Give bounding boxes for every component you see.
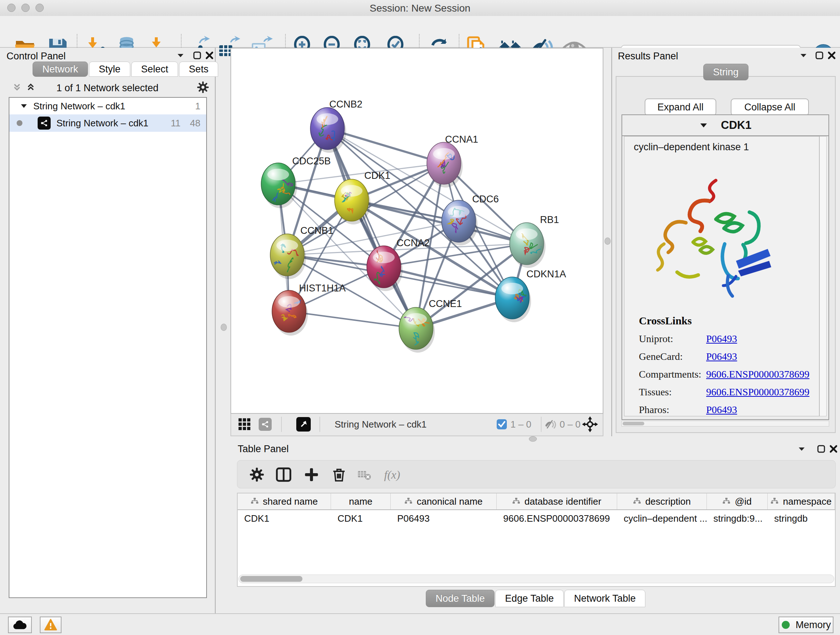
table-cell[interactable]: cyclin–dependent ...: [617, 510, 707, 527]
table-cell[interactable]: stringdb: [767, 510, 835, 527]
column-header-name[interactable]: name: [331, 494, 391, 509]
column-header-description[interactable]: description: [617, 494, 707, 509]
birds-eye-view-button[interactable]: [296, 414, 311, 435]
node-label: RB1: [540, 214, 559, 225]
column-type-icon: [404, 496, 412, 507]
expand-all-button[interactable]: Expand All: [645, 98, 716, 116]
footer-separator: [281, 417, 282, 432]
window-title: Session: New Session: [0, 3, 840, 14]
table-cell[interactable]: P06493: [391, 510, 497, 527]
create-column-icon[interactable]: [300, 463, 323, 486]
cloud-status-button[interactable]: [8, 616, 32, 633]
memory-button[interactable]: Memory: [778, 616, 834, 633]
crosslink-row: Compartments:9606.ENSP00000378699: [639, 369, 809, 380]
tab-sets[interactable]: Sets: [179, 62, 218, 77]
gene-section-header[interactable]: CDK1: [622, 115, 829, 136]
status-bar: Memory: [0, 613, 840, 635]
results-vertical-scrollbar[interactable]: [819, 136, 827, 416]
results-horizontal-scrollbar[interactable]: [622, 421, 829, 426]
network-node[interactable]: [510, 223, 546, 268]
delete-table-icon[interactable]: [353, 463, 376, 486]
cytoscape-window: Session: New Session: [0, 0, 840, 635]
crosslink-value-link[interactable]: P06493: [706, 404, 737, 416]
control-panel-menu-caret[interactable]: [174, 49, 187, 62]
network-tree: String Network – cdk1 1 String Network –…: [9, 97, 207, 598]
string-results-box: Expand All Collapse All CDK1 cyclin–depe…: [616, 76, 836, 433]
results-panel-float-button[interactable]: [813, 49, 826, 62]
network-node[interactable]: [310, 108, 346, 153]
table-panel-close-button[interactable]: [827, 443, 840, 455]
control-panel-close-button[interactable]: [203, 49, 216, 62]
column-header-database-identifier[interactable]: database identifier: [497, 494, 617, 509]
network-node[interactable]: [335, 179, 370, 225]
tab-style[interactable]: Style: [89, 62, 130, 77]
results-panel: Results Panel String Expand All Collapse…: [611, 48, 840, 436]
grid-view-icon[interactable]: [238, 414, 251, 435]
network-row[interactable]: String Network – cdk1 11 48: [9, 114, 206, 132]
gene-section: CDK1 cyclin–dependent kinase 1: [622, 114, 829, 420]
network-options-gear-icon[interactable]: [197, 81, 209, 93]
tab-select[interactable]: Select: [131, 62, 178, 77]
tab-edge-table[interactable]: Edge Table: [495, 590, 564, 607]
crosslink-value-link[interactable]: P06493: [706, 351, 737, 363]
column-header--id[interactable]: @id: [707, 494, 767, 509]
collapse-all-button[interactable]: Collapse All: [731, 98, 809, 116]
network-canvas[interactable]: CCNB2CCNA1CDC25BCDK1CDC6RB1CCNB1CCNA2CDK…: [231, 48, 603, 414]
tab-network[interactable]: Network: [33, 62, 88, 77]
network-node[interactable]: [367, 241, 403, 291]
table-cell[interactable]: CDK1: [331, 510, 391, 527]
network-collection-row[interactable]: String Network – cdk1 1: [9, 98, 206, 114]
network-node[interactable]: [427, 142, 463, 187]
network-edge[interactable]: [289, 311, 416, 328]
hidden-eye-icon[interactable]: [545, 414, 557, 435]
show-columns-icon[interactable]: [272, 463, 295, 486]
node-label: CDC25B: [292, 156, 331, 166]
tab-string[interactable]: String: [703, 64, 748, 80]
table-cell[interactable]: stringdb:9...: [707, 510, 767, 527]
network-view-icon[interactable]: [259, 414, 272, 435]
vertical-splitter-handle[interactable]: [605, 238, 611, 245]
vertical-splitter-handle[interactable]: [221, 324, 227, 331]
column-type-icon: [771, 496, 778, 507]
table-settings-gear-icon[interactable]: [245, 463, 268, 486]
column-header-canonical-name[interactable]: canonical name: [391, 494, 497, 509]
table-row[interactable]: CDK1CDK1P064939606.ENSP00000378699cyclin…: [238, 510, 835, 527]
network-node[interactable]: [270, 234, 306, 279]
table-panel: Table Panel f(x) shared namenamecanonica…: [231, 440, 840, 613]
control-panel-float-button[interactable]: [191, 49, 203, 62]
warnings-button[interactable]: [40, 616, 62, 633]
column-header-namespace[interactable]: namespace: [767, 494, 835, 509]
crosslink-value-link[interactable]: P06493: [706, 333, 737, 345]
tab-node-table[interactable]: Node Table: [426, 590, 494, 607]
network-node[interactable]: [272, 290, 308, 336]
crosslink-value-link[interactable]: 9606.ENSP00000378699: [706, 369, 809, 380]
column-header-shared-name[interactable]: shared name: [238, 494, 331, 509]
node-label: CCNE1: [429, 298, 462, 309]
delete-column-trash-icon[interactable]: [327, 463, 351, 486]
network-node-count: 11: [171, 118, 180, 129]
gene-name: CDK1: [721, 119, 752, 132]
table-cell[interactable]: CDK1: [238, 510, 331, 527]
network-node[interactable]: [399, 307, 435, 353]
results-panel-menu-caret[interactable]: [797, 49, 810, 62]
table-panel-title: Table Panel: [238, 443, 289, 455]
scrollbar-thumb[interactable]: [240, 576, 302, 582]
network-edge[interactable]: [327, 128, 416, 328]
network-graph[interactable]: CCNB2CCNA1CDC25BCDK1CDC6RB1CCNB1CCNA2CDK…: [231, 49, 603, 413]
tab-network-table[interactable]: Network Table: [564, 590, 646, 607]
table-cell[interactable]: 9606.ENSP00000378699: [497, 510, 617, 527]
memory-label: Memory: [796, 619, 831, 631]
node-label: CCNA2: [396, 238, 430, 249]
selected-checkbox-icon[interactable]: [496, 414, 508, 435]
table-horizontal-scrollbar[interactable]: [238, 575, 834, 583]
results-panel-close-button[interactable]: [826, 49, 838, 62]
crosslink-value-link[interactable]: 9606.ENSP00000378699: [706, 386, 809, 398]
column-type-icon: [512, 496, 520, 507]
tree-expander-icon[interactable]: [20, 103, 27, 109]
horizontal-splitter-handle[interactable]: [529, 436, 537, 442]
table-panel-float-button[interactable]: [815, 443, 827, 455]
pan-mode-icon[interactable]: [582, 414, 598, 435]
table-panel-menu-caret[interactable]: [796, 443, 808, 455]
network-node[interactable]: [495, 277, 531, 322]
section-collapse-caret[interactable]: [699, 122, 708, 128]
